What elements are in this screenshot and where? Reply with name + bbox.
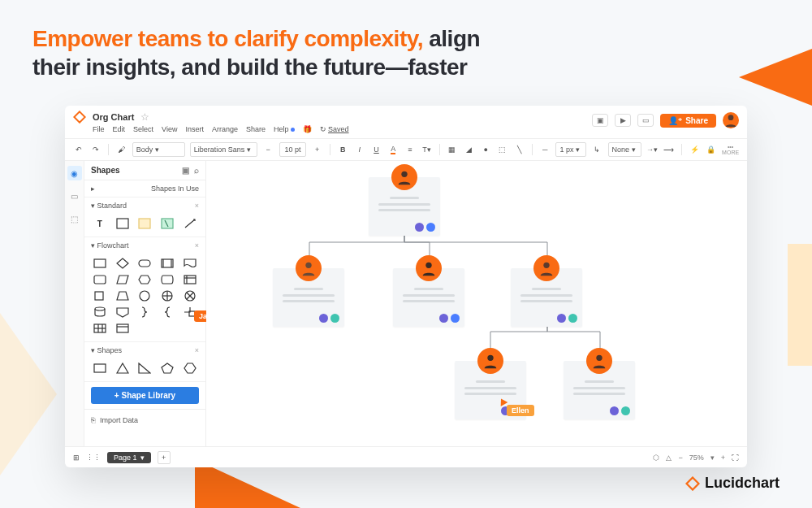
- font-size[interactable]: 10 pt: [279, 142, 307, 157]
- org-node[interactable]: [564, 361, 635, 419]
- brace-right-shape[interactable]: [136, 306, 154, 319]
- gift-icon[interactable]: 🎁: [303, 125, 312, 133]
- grid-icon[interactable]: ⊞: [73, 454, 80, 462]
- zoom-out-icon[interactable]: −: [678, 454, 682, 462]
- menu-edit[interactable]: Edit: [113, 125, 126, 133]
- menu-select[interactable]: Select: [133, 125, 153, 133]
- align-icon[interactable]: ≡: [404, 143, 416, 156]
- table-shape[interactable]: [91, 322, 109, 335]
- zoom-in-icon[interactable]: +: [721, 454, 725, 462]
- close-icon[interactable]: ×: [195, 346, 199, 354]
- redo-icon[interactable]: ↷: [90, 143, 102, 156]
- list-icon[interactable]: ⋮⋮: [86, 454, 101, 462]
- style-select[interactable]: Body ▾: [132, 142, 185, 157]
- trapezoid-shape[interactable]: [114, 289, 132, 302]
- text-color-icon[interactable]: A: [387, 143, 400, 156]
- font-select[interactable]: Liberation Sans ▾: [190, 142, 257, 157]
- action-icon[interactable]: ⚡: [689, 143, 701, 156]
- page-selector[interactable]: Page 1 ▾: [107, 452, 151, 463]
- text-shape[interactable]: T: [91, 217, 109, 230]
- triangle-shape[interactable]: [114, 362, 132, 375]
- share-button[interactable]: 👤⁺Share: [660, 114, 716, 128]
- italic-icon[interactable]: I: [354, 143, 366, 156]
- gradient-icon[interactable]: ⬚: [497, 143, 509, 156]
- add-page-button[interactable]: +: [158, 451, 171, 464]
- hex2-shape[interactable]: [181, 362, 199, 375]
- rect2-shape[interactable]: [91, 362, 109, 375]
- line-style-icon[interactable]: ─: [539, 143, 551, 156]
- org-node[interactable]: [393, 268, 464, 327]
- line-icon[interactable]: ╲: [513, 143, 525, 156]
- menu-insert[interactable]: Insert: [185, 125, 204, 133]
- import-data[interactable]: ⎘Import Data: [84, 409, 205, 431]
- group-in-use[interactable]: ▸ Shapes In Use: [84, 180, 205, 197]
- menu-file[interactable]: File: [93, 125, 105, 133]
- arrow-end-icon[interactable]: →▾: [646, 143, 659, 156]
- underline-icon[interactable]: U: [370, 143, 382, 156]
- zoom-level[interactable]: 75%: [689, 454, 704, 462]
- text-options-icon[interactable]: T▾: [421, 143, 433, 156]
- stroke-width[interactable]: 1 px ▾: [555, 142, 585, 157]
- border-color-icon[interactable]: ◢: [463, 143, 475, 156]
- document-shape[interactable]: [181, 257, 199, 270]
- hexagon-shape[interactable]: [136, 273, 154, 286]
- sum-shape[interactable]: [158, 289, 176, 302]
- right-tri-shape[interactable]: [136, 362, 154, 375]
- bold-icon[interactable]: B: [337, 143, 349, 156]
- cube-icon[interactable]: ⬡: [653, 454, 659, 462]
- block-shape[interactable]: [114, 217, 132, 230]
- rail-data-icon[interactable]: ⬚: [67, 211, 82, 226]
- rail-shapes-icon[interactable]: ◉: [67, 166, 82, 180]
- db-shape[interactable]: [91, 306, 109, 319]
- warning-icon[interactable]: △: [666, 454, 672, 462]
- search-icon[interactable]: ⌕: [194, 166, 199, 175]
- swimlane-shape[interactable]: [114, 322, 132, 335]
- rounded-shape[interactable]: [91, 273, 109, 286]
- or-shape[interactable]: [181, 289, 199, 302]
- predef-shape[interactable]: [158, 257, 176, 270]
- menu-share[interactable]: Share: [246, 125, 266, 133]
- offpage-shape[interactable]: [114, 306, 132, 319]
- undo-icon[interactable]: ↶: [73, 143, 85, 156]
- menu-view[interactable]: View: [162, 125, 177, 133]
- rect-shape[interactable]: [91, 257, 109, 270]
- rail-layers-icon[interactable]: ▭: [67, 189, 82, 203]
- line-shape[interactable]: [181, 217, 199, 230]
- close-icon[interactable]: ×: [195, 241, 199, 250]
- group-shapes[interactable]: ▾ Shapes×: [84, 342, 205, 358]
- group-flowchart[interactable]: ▾ Flowchart×: [84, 237, 205, 254]
- menu-arrange[interactable]: Arrange: [212, 125, 238, 133]
- size-plus[interactable]: +: [311, 143, 323, 156]
- diamond-shape[interactable]: [114, 257, 132, 270]
- circle-shape[interactable]: [136, 289, 154, 302]
- shape-library-button[interactable]: + Shape Library: [91, 387, 199, 404]
- line-route-icon[interactable]: ↳: [591, 143, 603, 156]
- org-node[interactable]: [369, 177, 440, 236]
- star-icon[interactable]: ☆: [140, 111, 149, 123]
- org-node[interactable]: [273, 268, 344, 327]
- group-standard[interactable]: ▾ Standard×: [84, 198, 205, 214]
- terminator-shape[interactable]: [136, 257, 154, 270]
- fullscreen-icon[interactable]: ⛶: [732, 454, 739, 462]
- data-shape[interactable]: [114, 273, 132, 286]
- present-icon[interactable]: ▣: [592, 114, 608, 127]
- size-minus[interactable]: −: [262, 143, 274, 156]
- note-shape[interactable]: [136, 217, 154, 230]
- toolbar-more[interactable]: •••MORE: [722, 144, 739, 155]
- square-shape[interactable]: [91, 289, 109, 302]
- play-icon[interactable]: ▶: [615, 114, 631, 127]
- pentagon-shape[interactable]: [158, 362, 176, 375]
- line-end[interactable]: None ▾: [608, 142, 641, 157]
- lock-icon[interactable]: 🔒: [705, 143, 717, 156]
- user-avatar[interactable]: [723, 112, 739, 128]
- arrow-start-icon[interactable]: ⟶: [663, 143, 675, 156]
- image-icon[interactable]: ▣: [182, 166, 189, 175]
- video-icon[interactable]: ▭: [637, 114, 654, 127]
- canvas[interactable]: Ellen: [206, 161, 747, 446]
- brace-left-shape[interactable]: [158, 306, 176, 319]
- internal-shape[interactable]: [181, 273, 199, 286]
- paint-icon[interactable]: 🖌: [115, 143, 127, 156]
- org-node[interactable]: [511, 268, 582, 327]
- menu-help[interactable]: Help: [274, 125, 295, 133]
- close-icon[interactable]: ×: [195, 202, 199, 210]
